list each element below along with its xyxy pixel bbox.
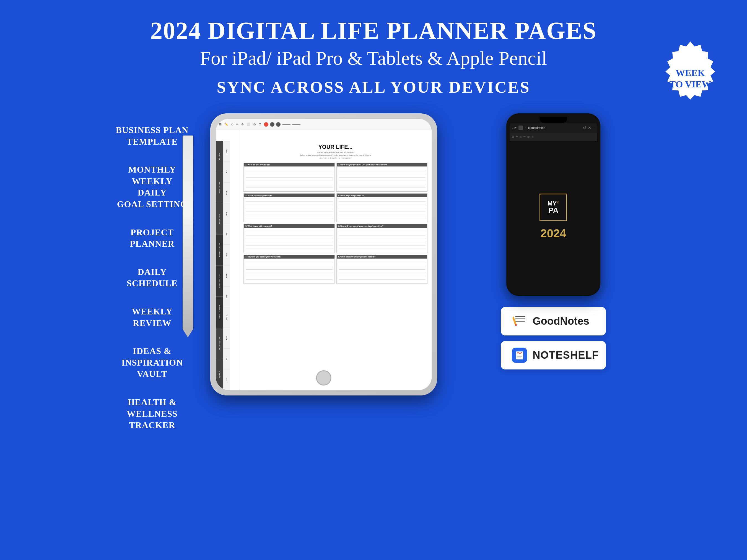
phone-content: MY ® PA 2024 bbox=[510, 141, 597, 293]
planner-cell-3: 3. Which tasks do you dislike? bbox=[243, 193, 335, 222]
phone-year: 2024 bbox=[540, 227, 566, 240]
svg-rect-1 bbox=[513, 316, 517, 324]
cell-header-4: 4. What days will you work? bbox=[337, 193, 428, 197]
planner-cell-4: 4. What days will you work? bbox=[336, 193, 428, 222]
main-content: BUSINESS PLANTEMPLATE MONTHLYWEEKLYDAILY… bbox=[0, 113, 747, 448]
mypa-badge: MY ® PA bbox=[540, 193, 567, 221]
goodnotes-box: GoodNotes bbox=[501, 307, 606, 336]
badge-text: WEEK TO VIEW bbox=[670, 68, 711, 90]
app-logos: GoodNotes NOTESHELF bbox=[501, 307, 606, 370]
sync-label: SYNC ACROSS ALL YOUR DEVICES bbox=[0, 78, 747, 97]
ipad-home-button[interactable] bbox=[316, 370, 331, 385]
header: 2024 DIGITAL LIFE PLANNER PAGES For iPad… bbox=[0, 0, 747, 97]
page-title: 2024 DIGITAL LIFE PLANNER PAGES bbox=[0, 17, 747, 45]
sidebar-item-health: HEALTH &WELLNESSTRACKER bbox=[105, 397, 199, 431]
page-subtitle: For iPad/ iPad Pro & Tablets & Apple Pen… bbox=[0, 47, 747, 70]
right-area: ‹ ◤ + Transpiration ↺ ✕ ··· ⊞ ✏ ◇ bbox=[448, 113, 642, 370]
week-to-view-badge: WEEK TO VIEW bbox=[650, 39, 730, 119]
cell-header-7: 7. How will you spend your weekends? bbox=[244, 255, 334, 259]
sidebar-item-ideas: IDEAS &INSPIRATIONVAULT bbox=[105, 345, 199, 380]
planner-cell-1: 1. What do you love to do? bbox=[243, 163, 335, 192]
planner-subtitle: How are you planning to live your life t… bbox=[243, 151, 428, 159]
ipad-planner-content: YOUR LIFE... How are you planning to liv… bbox=[239, 130, 432, 390]
noteshelf-box: NOTESHELF bbox=[501, 341, 606, 370]
cell-header-5: 5. What hours will you work? bbox=[244, 224, 334, 228]
cell-header-2: 2. What are you good at? List your areas… bbox=[337, 163, 428, 166]
goodnotes-label: GoodNotes bbox=[533, 315, 589, 327]
planner-cell-7: 7. How will you spend your weekends? bbox=[243, 255, 335, 284]
noteshelf-icon bbox=[512, 348, 527, 363]
apple-pencil bbox=[183, 135, 193, 329]
planner-title: YOUR LIFE... bbox=[243, 144, 428, 150]
phone-sub-toolbar: ⊞ ✏ ◇ ✏ ⊙ ◁ bbox=[510, 133, 597, 141]
cell-header-3: 3. Which tasks do you dislike? bbox=[244, 193, 334, 197]
phone-notch bbox=[540, 117, 567, 123]
svg-rect-6 bbox=[516, 351, 523, 359]
cell-header-6: 6. How will you spend your evenings/spar… bbox=[337, 224, 428, 228]
ipad-side-tabs: INTRO HOW TO USE YOUR LIFE bbox=[216, 130, 239, 390]
planner-grid: 1. What do you love to do? 2. What are y… bbox=[243, 163, 428, 284]
ipad-device: ⊞ ✏️ ◇ ✏ ⊙ ⬜ ◎ ⊡ bbox=[210, 113, 437, 396]
noteshelf-label: NOTESHELF bbox=[533, 349, 599, 361]
phone-toolbar: ‹ ◤ + Transpiration ↺ ✕ ··· bbox=[510, 123, 597, 133]
planner-cell-2: 2. What are you good at? List your areas… bbox=[336, 163, 428, 192]
cell-header-1: 1. What do you love to do? bbox=[244, 163, 334, 166]
phone-device: ‹ ◤ + Transpiration ↺ ✕ ··· ⊞ ✏ ◇ bbox=[506, 113, 600, 296]
goodnotes-icon bbox=[512, 314, 527, 329]
ipad-toolbar: ⊞ ✏️ ◇ ✏ ⊙ ⬜ ◎ ⊡ bbox=[216, 119, 432, 130]
planner-cell-8: 8. What holidays would you like to take? bbox=[336, 255, 428, 284]
center-area: ⊞ ✏️ ◇ ✏ ⊙ ⬜ ◎ ⊡ bbox=[199, 113, 448, 396]
planner-cell-6: 6. How will you spend your evenings/spar… bbox=[336, 224, 428, 253]
cell-header-8: 8. What holidays would you like to take? bbox=[337, 255, 428, 259]
planner-cell-5: 5. What hours will you work? bbox=[243, 224, 335, 253]
